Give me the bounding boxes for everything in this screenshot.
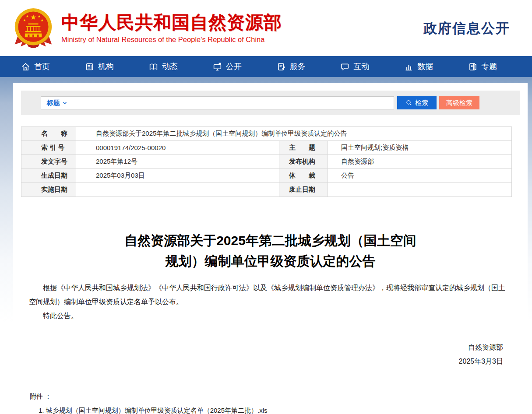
table-row: 索 引 号 000019174/2025-00020 主 题 国土空间规划;资质… [21, 141, 512, 155]
meta-label-generated-date: 生成日期 [21, 169, 76, 183]
interaction-icon [340, 62, 349, 71]
nav-item-service[interactable]: 服务 [277, 61, 341, 72]
meta-value-effective-date [76, 183, 279, 197]
organization-icon [85, 62, 94, 71]
document-paragraph: 根据《中华人民共和国城乡规划法》《中华人民共和国行政许可法》以及《城乡规划编制单… [29, 281, 512, 309]
nav-item-news[interactable]: 动态 [149, 61, 213, 72]
meta-label-repeal-date: 废止日期 [279, 183, 328, 197]
table-row: 名 称 自然资源部关于2025年第二批城乡规划（国土空间规划）编制单位甲级资质认… [21, 127, 512, 141]
svg-text:★: ★ [38, 14, 41, 18]
search-icon [405, 99, 412, 106]
attachment-link-1[interactable]: 1. 城乡规划（国土空间规划）编制单位甲级资质认定名单（2025年第二批）.xl… [29, 403, 512, 414]
disclosure-icon [213, 62, 222, 71]
table-row: 实施日期 废止日期 [21, 183, 512, 197]
document-title: 自然资源部关于2025年第二批城乡规划（国土空间 规划）编制单位甲级资质认定的公… [29, 230, 512, 271]
national-emblem-logo: ★ ★ ★ ★ ★ [12, 7, 54, 50]
site-title-block: 中华人民共和国自然资源部 Ministry of Natural Resourc… [61, 12, 282, 44]
meta-label-name: 名 称 [21, 127, 76, 141]
svg-text:★: ★ [26, 14, 29, 18]
home-icon [21, 62, 30, 71]
nav-item-data[interactable]: 数据 [404, 61, 468, 72]
search-field-selector[interactable]: 标题 [41, 99, 72, 107]
meta-value-repeal-date [328, 183, 512, 197]
nav-item-label: 动态 [162, 61, 178, 72]
main-nav: 首页 机构 动态 公开 服务 互动 数据 专题 [0, 56, 532, 77]
search-field-selector-label: 标题 [47, 99, 60, 107]
nav-item-label: 机构 [98, 61, 114, 72]
document-body: 自然资源部关于2025年第二批城乡规划（国土空间 规划）编制单位甲级资质认定的公… [21, 230, 520, 414]
document-title-line1: 自然资源部关于2025年第二批城乡规划（国土空间 [29, 230, 512, 251]
search-panel: 标题 检索 高级检索 [21, 91, 520, 115]
news-icon [149, 62, 158, 71]
meta-label-effective-date: 实施日期 [21, 183, 76, 197]
meta-label-subject: 主 题 [279, 141, 328, 155]
table-row: 发文字号 2025年第12号 发布机构 自然资源部 [21, 155, 512, 169]
advanced-search-button[interactable]: 高级检索 [439, 96, 479, 109]
signature-date: 2025年3月3日 [29, 354, 503, 368]
nav-item-home[interactable]: 首页 [21, 61, 85, 72]
site-title: 中华人民共和国自然资源部 [61, 12, 282, 33]
page-section-title: 政府信息公开 [423, 19, 510, 38]
attachments-label: 附件 ： [29, 389, 512, 403]
nav-item-label: 公开 [226, 61, 242, 72]
meta-value-doc-number: 2025年第12号 [76, 155, 279, 169]
meta-value-subject: 国土空间规划;资质资格 [328, 141, 512, 155]
table-row: 生成日期 2025年03月03日 体 裁 公告 [21, 169, 512, 183]
page-background: 标题 检索 高级检索 名 称 自然资源部关于2025年第二批城乡规划（国土空间规… [0, 77, 532, 414]
document-title-line2: 规划）编制单位甲级资质认定的公告 [29, 251, 512, 271]
national-emblem-icon: ★ ★ ★ ★ ★ [12, 7, 54, 50]
svg-text:★: ★ [41, 18, 44, 22]
nav-item-label: 首页 [34, 61, 50, 72]
meta-value-issuing-agency: 自然资源部 [328, 155, 512, 169]
meta-value-name: 自然资源部关于2025年第二批城乡规划（国土空间规划）编制单位甲级资质认定的公告 [76, 127, 512, 141]
nav-item-interaction[interactable]: 互动 [340, 61, 404, 72]
site-header: ★ ★ ★ ★ ★ 中华人民共和国自然资源部 Ministry of Natur… [0, 0, 532, 56]
document-meta-table: 名 称 自然资源部关于2025年第二批城乡规划（国土空间规划）编制单位甲级资质认… [21, 126, 512, 197]
nav-item-label: 互动 [353, 61, 369, 72]
nav-item-label: 服务 [290, 61, 306, 72]
search-box: 标题 [41, 96, 394, 109]
svg-text:★: ★ [30, 13, 37, 21]
nav-item-disclosure[interactable]: 公开 [213, 61, 277, 72]
signature-block: 自然资源部 2025年3月3日 [29, 340, 512, 368]
meta-value-generated-date: 2025年03月03日 [76, 169, 279, 183]
attachments-section: 附件 ： 1. 城乡规划（国土空间规划）编制单位甲级资质认定名单（2025年第二… [29, 389, 512, 414]
signature-organization: 自然资源部 [29, 340, 503, 354]
nav-item-special-topics[interactable]: 专题 [468, 61, 532, 72]
chevron-down-icon [62, 100, 67, 105]
meta-label-genre: 体 裁 [279, 169, 328, 183]
advanced-search-button-label: 高级检索 [446, 99, 472, 107]
site-subtitle: Ministry of Natural Resources of the Peo… [61, 35, 282, 44]
search-button-label: 检索 [415, 99, 428, 107]
search-input[interactable] [72, 97, 394, 109]
document-paragraph-closing: 特此公告。 [29, 309, 512, 323]
meta-value-genre: 公告 [328, 169, 512, 183]
search-button[interactable]: 检索 [397, 96, 437, 109]
service-icon [277, 62, 286, 71]
nav-item-label: 专题 [481, 61, 497, 72]
special-topics-icon [468, 62, 477, 71]
nav-item-organization[interactable]: 机构 [85, 61, 149, 72]
data-icon [404, 62, 413, 71]
svg-text:★: ★ [23, 18, 26, 22]
meta-value-index-number: 000019174/2025-00020 [76, 141, 279, 155]
nav-item-label: 数据 [417, 61, 433, 72]
meta-label-issuing-agency: 发布机构 [279, 155, 328, 169]
content-card: 标题 检索 高级检索 名 称 自然资源部关于2025年第二批城乡规划（国土空间规… [13, 83, 528, 414]
meta-label-doc-number: 发文字号 [21, 155, 76, 169]
meta-label-index-number: 索 引 号 [21, 141, 76, 155]
